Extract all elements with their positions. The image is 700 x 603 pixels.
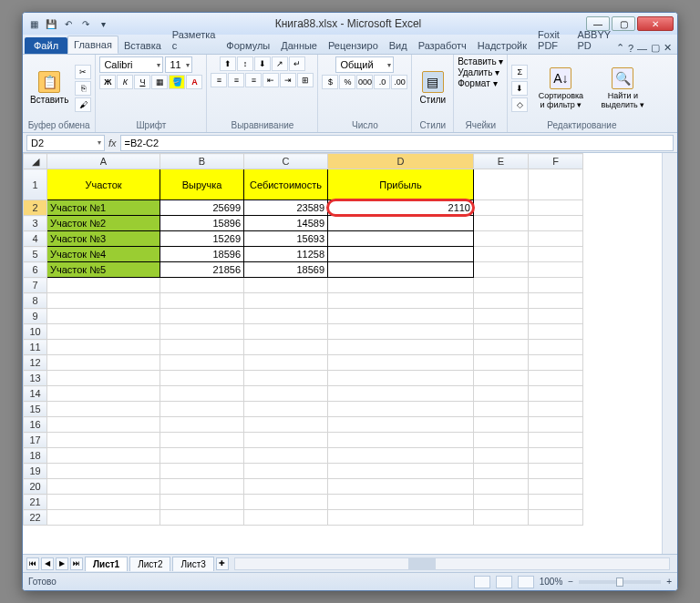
row-header-19[interactable]: 19 [24,464,47,479]
align-right-button[interactable]: ≡ [245,73,262,87]
find-select-button[interactable]: 🔍 Найти и выделить ▾ [593,66,652,111]
row-header-8[interactable]: 8 [24,293,47,309]
normal-view-button[interactable] [474,576,490,588]
page-break-view-button[interactable] [518,576,534,588]
cell-D3[interactable] [328,216,474,231]
cell-E5[interactable] [474,247,529,262]
sheet-tab-2[interactable]: Лист2 [129,557,170,571]
cell-D5[interactable] [328,247,474,262]
autosum-button[interactable]: Σ [511,65,528,79]
row-header-2[interactable]: 2 [24,200,47,216]
cell-C6[interactable]: 18569 [244,262,328,278]
tab-addins[interactable]: Надстройк [472,37,532,54]
cell-E4[interactable] [474,231,529,247]
cell-B6[interactable]: 21856 [160,262,244,278]
col-header-D[interactable]: D [328,154,474,169]
bold-button[interactable]: Ж [99,75,116,89]
tab-formulas[interactable]: Формулы [221,37,275,54]
row-header-16[interactable]: 16 [24,417,47,433]
align-bottom-button[interactable]: ⬇ [254,56,271,71]
align-top-button[interactable]: ⬆ [220,56,236,71]
row-header-12[interactable]: 12 [24,355,47,371]
row-header-14[interactable]: 14 [24,386,47,402]
increase-decimal-button[interactable]: .0 [374,75,390,89]
cell-D4[interactable] [328,231,474,247]
cell-E3[interactable] [474,216,529,231]
qat-dropdown-icon[interactable]: ▾ [96,16,110,31]
formula-input[interactable]: =B2-C2 [120,135,674,151]
wrap-text-button[interactable]: ↵ [289,56,305,71]
cell-A4[interactable]: Участок №3 [47,231,160,247]
cell-B4[interactable]: 15269 [160,231,244,247]
percent-button[interactable]: % [339,75,355,89]
row-header-20[interactable]: 20 [24,479,47,495]
cell-F3[interactable] [529,216,583,231]
row-header-10[interactable]: 10 [24,324,47,340]
orientation-button[interactable]: ↗ [272,56,288,71]
cell-A1[interactable]: Участок [47,169,160,200]
cell-F6[interactable] [529,262,583,278]
row-header-13[interactable]: 13 [24,371,47,386]
ribbon-minimize-icon[interactable]: ⌃ [616,42,624,54]
cell-E1[interactable] [474,169,529,200]
align-left-button[interactable]: ≡ [211,73,227,87]
doc-close-icon[interactable]: ✕ [664,42,672,54]
comma-button[interactable]: 000 [356,75,373,89]
tab-insert[interactable]: Вставка [118,37,167,54]
worksheet[interactable]: ◢ A B C D E F 1 Участок Выручка Себистои… [23,153,662,554]
font-name-combo[interactable]: Calibri [99,56,163,73]
new-sheet-button[interactable]: ✚ [216,557,229,570]
tab-view[interactable]: Вид [384,37,413,54]
align-middle-button[interactable]: ↕ [237,56,253,71]
row-header-1[interactable]: 1 [24,169,47,200]
clear-button[interactable]: ◇ [511,97,528,112]
italic-button[interactable]: К [117,75,133,89]
format-painter-button[interactable]: 🖌 [75,97,91,112]
cell-C1[interactable]: Себистоимость [244,169,328,200]
number-format-combo[interactable]: Общий [335,56,394,73]
help-icon[interactable]: ? [628,43,633,54]
row-header-6[interactable]: 6 [24,262,47,278]
row-header-3[interactable]: 3 [24,216,47,231]
horizontal-scrollbar[interactable] [234,557,670,570]
close-button[interactable]: ✕ [637,16,674,31]
row-header-4[interactable]: 4 [24,231,47,247]
tab-foxit[interactable]: Foxit PDF [532,26,571,54]
cell-F1[interactable] [529,169,583,200]
undo-icon[interactable]: ↶ [61,16,76,31]
cell-D2[interactable]: 2110 [328,200,474,216]
border-button[interactable]: ▦ [151,75,168,89]
col-header-C[interactable]: C [244,154,328,169]
cell-F5[interactable] [529,247,583,262]
row-header-11[interactable]: 11 [24,340,47,355]
cell-F4[interactable] [529,231,583,247]
decrease-indent-button[interactable]: ⇤ [262,73,279,87]
zoom-in-button[interactable]: + [666,577,672,587]
row-header-7[interactable]: 7 [24,278,47,293]
sheet-tab-3[interactable]: Лист3 [172,557,213,571]
cell-D1[interactable]: Прибыль [328,169,474,200]
cell-D6[interactable] [328,262,474,278]
fill-button[interactable]: ⬇ [511,81,528,96]
tab-data[interactable]: Данные [275,37,323,54]
tab-developer[interactable]: Разработч [413,37,472,54]
cell-B2[interactable]: 25699 [160,200,244,216]
col-header-B[interactable]: B [160,154,244,169]
first-sheet-button[interactable]: ⏮ [26,557,39,570]
row-header-15[interactable]: 15 [24,402,47,417]
cell-F2[interactable] [529,200,583,216]
tab-pagelayout[interactable]: Разметка с [167,26,221,54]
select-all-corner[interactable]: ◢ [24,154,47,169]
cell-E6[interactable] [474,262,529,278]
row-header-5[interactable]: 5 [24,247,47,262]
last-sheet-button[interactable]: ⏭ [70,557,83,570]
name-box[interactable]: D2 [26,135,105,151]
cell-C5[interactable]: 11258 [244,247,328,262]
doc-min-icon[interactable]: — [637,43,647,54]
cell-A6[interactable]: Участок №5 [47,262,160,278]
col-header-E[interactable]: E [474,154,529,169]
currency-button[interactable]: $ [322,75,338,89]
row-header-22[interactable]: 22 [24,510,47,526]
cell-A5[interactable]: Участок №4 [47,247,160,262]
cell-C2[interactable]: 23589 [244,200,328,216]
